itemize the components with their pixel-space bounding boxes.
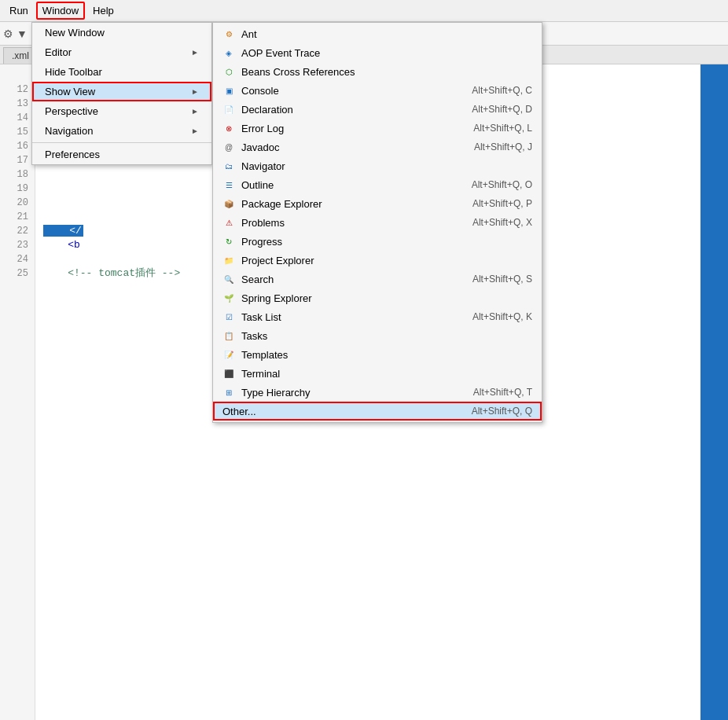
menu-item-navigation[interactable]: Navigation ► xyxy=(32,121,211,141)
problems-icon: ⚠ xyxy=(222,216,235,229)
perspective-arrow: ► xyxy=(191,107,199,116)
toolbar-icon-1[interactable]: ⚙ xyxy=(3,28,13,40)
declaration-shortcut: Alt+Shift+Q, D xyxy=(472,104,532,115)
ln-16: 16 xyxy=(0,139,35,153)
terminal-label: Terminal xyxy=(241,368,280,380)
ant-icon: ⚙ xyxy=(222,28,235,40)
javadoc-label: Javadoc xyxy=(241,141,279,153)
menu-item-preferences[interactable]: Preferences xyxy=(32,145,211,164)
ln-12: 12 xyxy=(0,83,35,97)
console-label: Console xyxy=(241,85,279,97)
ln-25: 25 xyxy=(0,266,35,281)
menu-item-editor[interactable]: Editor ► xyxy=(32,42,211,62)
menu-item-perspective[interactable]: Perspective ► xyxy=(32,101,211,121)
declaration-label: Declaration xyxy=(241,104,293,116)
terminal-icon: ⬛ xyxy=(222,367,235,380)
window-dropdown-menu: New Window Editor ► Hide Toolbar Show Vi… xyxy=(31,22,212,165)
show-view-submenu: ⚙ Ant ◈ AOP Event Trace ⬡ Beans Cross Re… xyxy=(212,22,542,423)
ln-20: 20 xyxy=(0,196,35,210)
menu-window[interactable]: Window xyxy=(36,2,85,20)
menu-run[interactable]: Run xyxy=(3,2,35,20)
view-item-declaration[interactable]: 📄 Declaration Alt+Shift+Q, D xyxy=(213,100,542,119)
tasks-icon: 📋 xyxy=(222,329,235,342)
view-item-spring[interactable]: 🌱 Spring Explorer xyxy=(213,288,542,307)
search-shortcut: Alt+Shift+Q, S xyxy=(472,274,532,285)
ln-22: 22 xyxy=(0,224,35,238)
navigation-label: Navigation xyxy=(45,125,93,137)
javadoc-icon: @ xyxy=(222,141,235,153)
view-item-typehierarchy[interactable]: ⊞ Type Hierarchy Alt+Shift+Q, T xyxy=(213,383,542,402)
ln-19: 19 xyxy=(0,182,35,196)
view-item-ant[interactable]: ⚙ Ant xyxy=(213,24,542,43)
ln-24: 24 xyxy=(0,252,35,266)
view-item-javadoc[interactable]: @ Javadoc Alt+Shift+Q, J xyxy=(213,138,542,156)
beans-icon: ⬡ xyxy=(222,65,235,78)
editor-arrow: ► xyxy=(191,48,199,57)
view-item-beans[interactable]: ⬡ Beans Cross References xyxy=(213,62,542,81)
ln-header xyxy=(0,68,35,83)
outline-shortcut: Alt+Shift+Q, O xyxy=(472,179,532,190)
package-shortcut: Alt+Shift+Q, P xyxy=(472,198,532,209)
console-shortcut: Alt+Shift+Q, C xyxy=(472,85,532,96)
preferences-label: Preferences xyxy=(45,149,100,160)
spring-icon: 🌱 xyxy=(222,292,235,304)
view-item-tasks[interactable]: 📋 Tasks xyxy=(213,326,542,345)
menu-item-hide-toolbar[interactable]: Hide Toolbar xyxy=(32,62,211,82)
tasklist-label: Task List xyxy=(241,311,281,323)
view-item-terminal[interactable]: ⬛ Terminal xyxy=(213,364,542,383)
navigation-arrow: ► xyxy=(191,127,199,135)
errorlog-label: Error Log xyxy=(241,123,284,134)
aop-icon: ◈ xyxy=(222,46,235,59)
problems-label: Problems xyxy=(241,217,285,229)
view-item-project[interactable]: 📁 Project Explorer xyxy=(213,251,542,270)
javadoc-shortcut: Alt+Shift+Q, J xyxy=(474,141,532,152)
search-icon: 🔍 xyxy=(222,273,235,285)
problems-shortcut: Alt+Shift+Q, X xyxy=(472,217,532,228)
view-item-templates[interactable]: 📝 Templates xyxy=(213,345,542,364)
tasks-label: Tasks xyxy=(241,330,267,342)
beans-label: Beans Cross References xyxy=(241,66,355,78)
view-item-other[interactable]: Other... Alt+Shift+Q, Q xyxy=(213,402,542,421)
ln-13: 13 xyxy=(0,97,35,111)
menu-separator xyxy=(32,142,211,143)
view-item-problems[interactable]: ⚠ Problems Alt+Shift+Q, X xyxy=(213,213,542,232)
typehierarchy-label: Type Hierarchy xyxy=(241,387,310,399)
editor-label: Editor xyxy=(45,46,72,58)
search-label: Search xyxy=(241,274,274,285)
menu-help[interactable]: Help xyxy=(86,2,120,20)
other-shortcut: Alt+Shift+Q, Q xyxy=(472,406,532,417)
ln-15: 15 xyxy=(0,125,35,139)
view-item-search[interactable]: 🔍 Search Alt+Shift+Q, S xyxy=(213,270,542,288)
project-label: Project Explorer xyxy=(241,255,314,266)
navigator-label: Navigator xyxy=(241,160,285,172)
show-view-arrow: ► xyxy=(191,87,199,96)
view-item-navigator[interactable]: 🗂 Navigator xyxy=(213,156,542,175)
menu-bar: Run Window Help xyxy=(0,0,728,22)
view-item-outline[interactable]: ☰ Outline Alt+Shift+Q, O xyxy=(213,175,542,194)
menu-item-show-view[interactable]: Show View ► xyxy=(32,82,211,101)
new-window-label: New Window xyxy=(45,27,105,39)
declaration-icon: 📄 xyxy=(222,103,235,116)
errorlog-icon: ⊗ xyxy=(222,122,235,134)
menu-item-new-window[interactable]: New Window xyxy=(32,23,211,42)
errorlog-shortcut: Alt+Shift+Q, L xyxy=(473,123,532,134)
typehierarchy-icon: ⊞ xyxy=(222,386,235,399)
view-item-tasklist[interactable]: ☑ Task List Alt+Shift+Q, K xyxy=(213,307,542,326)
view-item-errorlog[interactable]: ⊗ Error Log Alt+Shift+Q, L xyxy=(213,119,542,138)
console-icon: ▣ xyxy=(222,84,235,97)
other-label: Other... xyxy=(222,406,256,417)
progress-label: Progress xyxy=(241,236,282,248)
outline-label: Outline xyxy=(241,179,274,191)
show-view-label: Show View xyxy=(45,86,95,97)
view-item-console[interactable]: ▣ Console Alt+Shift+Q, C xyxy=(213,81,542,100)
spring-label: Spring Explorer xyxy=(241,292,312,304)
view-item-progress[interactable]: ↻ Progress xyxy=(213,232,542,251)
navigator-icon: 🗂 xyxy=(222,160,235,172)
package-label: Package Explorer xyxy=(241,198,322,210)
toolbar-icon-2[interactable]: ▼ xyxy=(17,28,28,40)
view-item-aop[interactable]: ◈ AOP Event Trace xyxy=(213,43,542,62)
templates-icon: 📝 xyxy=(222,348,235,361)
view-item-package[interactable]: 📦 Package Explorer Alt+Shift+Q, P xyxy=(213,194,542,213)
progress-icon: ↻ xyxy=(222,235,235,248)
ln-21: 21 xyxy=(0,210,35,224)
